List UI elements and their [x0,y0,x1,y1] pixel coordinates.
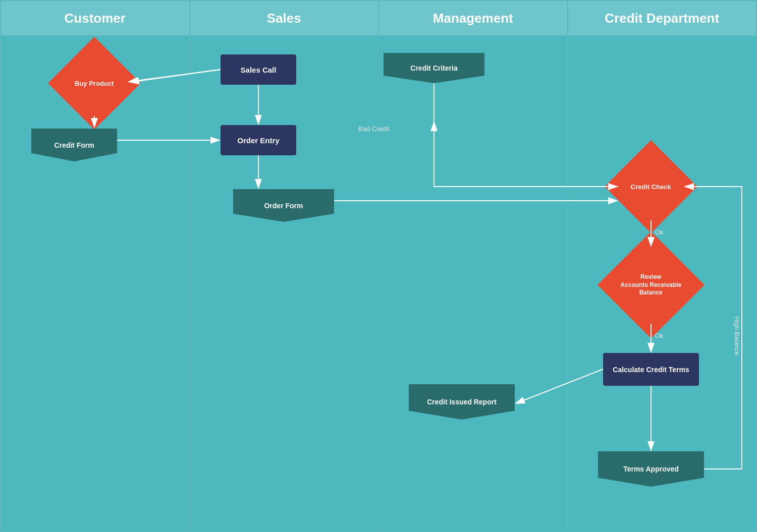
header-sales: Sales [190,1,380,35]
header-customer: Customer [1,1,190,35]
lane-management [379,36,568,531]
header-row: Customer Sales Management Credit Departm… [1,1,756,36]
header-credit-dept: Credit Department [568,1,756,35]
lane-credit [568,36,756,531]
lane-sales [190,36,380,531]
lane-customer [1,36,190,531]
header-management: Management [379,1,568,35]
flowchart-wrapper: Customer Sales Management Credit Departm… [0,0,757,532]
body-row [1,36,756,531]
